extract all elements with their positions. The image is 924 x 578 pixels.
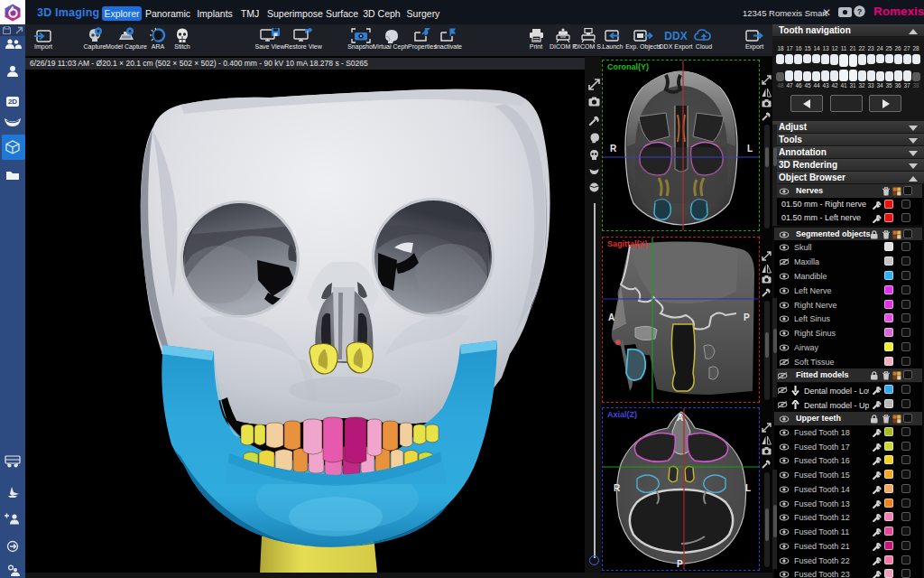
svg-text:P: P: [744, 312, 750, 322]
svg-text:R: R: [614, 483, 621, 493]
svg-text:L: L: [747, 144, 753, 154]
svg-text:L: L: [745, 483, 751, 493]
svg-text:P: P: [677, 559, 683, 569]
svg-text:A: A: [677, 413, 683, 423]
svg-text:A: A: [608, 312, 614, 322]
svg-text:?: ?: [857, 7, 863, 16]
svg-text:DDX: DDX: [664, 30, 687, 42]
svg-text:R: R: [610, 144, 617, 154]
